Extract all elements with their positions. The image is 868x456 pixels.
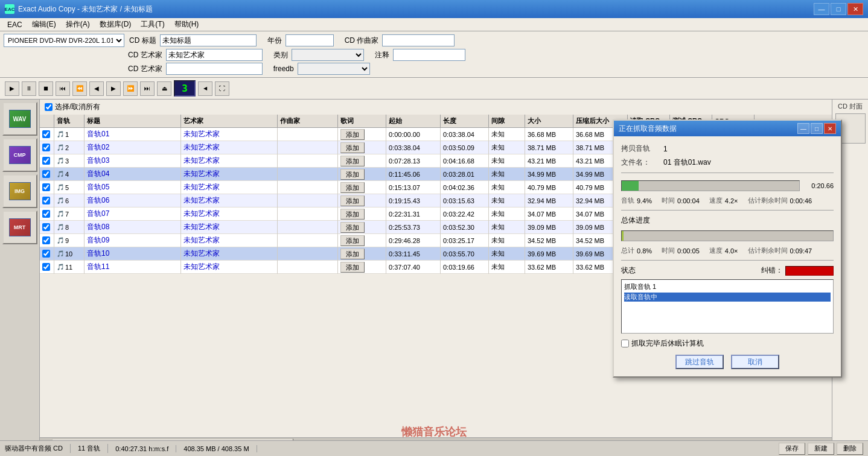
cd-title-input[interactable] — [160, 34, 257, 46]
col-composer[interactable]: 作曲家 — [278, 115, 338, 128]
maximize-button[interactable]: □ — [831, 3, 846, 15]
col-lyrics[interactable]: 歌词 — [338, 115, 386, 128]
track-checkbox[interactable] — [42, 210, 50, 218]
track-checkbox[interactable] — [42, 223, 50, 231]
music-icon: 🎵 — [57, 264, 64, 270]
add-lyrics-button[interactable]: 添加 — [340, 129, 365, 140]
track-progress-bar — [621, 180, 800, 191]
cancel-button[interactable]: 取消 — [731, 355, 779, 369]
dialog-minimize-button[interactable]: — — [797, 123, 809, 134]
col-size[interactable]: 大小 — [525, 115, 573, 128]
sidebar-icons: WAV CMP IMG MRT — [0, 100, 40, 445]
track-artist: 未知艺术家 — [183, 195, 220, 206]
prev-button[interactable]: ⏪ — [72, 81, 87, 96]
genre-select[interactable] — [292, 49, 364, 61]
track-composer-cell — [278, 261, 338, 274]
drive-selector[interactable]: PIONEER DVD-RW DVR-220L 1.01 Adapter: 1 … — [4, 34, 124, 47]
dialog-restore-button[interactable]: □ — [811, 123, 823, 134]
track-composer-cell — [278, 168, 338, 181]
add-lyrics-button[interactable]: 添加 — [340, 249, 365, 259]
track-checkbox[interactable] — [42, 170, 50, 178]
add-lyrics-button[interactable]: 添加 — [340, 195, 365, 206]
menu-edit[interactable]: 编辑(E) — [27, 19, 61, 31]
add-lyrics-button[interactable]: 添加 — [340, 222, 365, 233]
freedb-select[interactable] — [298, 63, 370, 75]
menu-database[interactable]: 数据库(D) — [95, 19, 136, 31]
track-progress-row: 0:20.66 — [621, 178, 834, 194]
track-checkbox[interactable] — [42, 144, 50, 151]
play-button[interactable]: ▶ — [5, 81, 19, 96]
track-gap-cell: 未知 — [489, 221, 525, 234]
year-input[interactable] — [286, 34, 334, 46]
total-time-item: 时间 0:00:05 — [662, 246, 700, 255]
col-gap[interactable]: 间隙 — [489, 115, 525, 128]
sleep-checkbox[interactable] — [621, 340, 629, 347]
new-button[interactable]: 新建 — [808, 443, 834, 455]
track-artist: 未知艺术家 — [183, 182, 220, 192]
next-track-button[interactable]: ⏭ — [140, 81, 155, 96]
cmp-button[interactable]: CMP — [2, 138, 37, 172]
music-icon: 🎵 — [57, 157, 64, 164]
track-checkbox[interactable] — [42, 250, 50, 258]
prev-track-button[interactable]: ⏮ — [56, 81, 70, 96]
track-checkbox[interactable] — [42, 157, 50, 165]
track-checkbox[interactable] — [42, 130, 50, 138]
add-lyrics-button[interactable]: 添加 — [340, 209, 365, 220]
track-composer-cell — [278, 128, 338, 141]
delete-button[interactable]: 删除 — [837, 443, 863, 455]
dialog-close-button[interactable]: ✕ — [824, 123, 836, 134]
add-lyrics-button[interactable]: 添加 — [340, 142, 365, 153]
track-checkbox[interactable] — [42, 183, 50, 191]
add-lyrics-button[interactable]: 添加 — [340, 182, 365, 193]
col-track[interactable]: 音轨 — [54, 115, 85, 128]
mrt-button[interactable]: MRT — [2, 211, 37, 244]
track-dec-button[interactable]: ◀ — [198, 81, 212, 96]
save-button[interactable]: 保存 — [779, 443, 805, 455]
extra-button[interactable]: ⛶ — [215, 81, 229, 96]
add-lyrics-button[interactable]: 添加 — [340, 262, 365, 273]
col-start[interactable]: 起始 — [386, 115, 441, 128]
time-stat-value: 0:00:04 — [677, 197, 700, 204]
eject-button[interactable]: ⏏ — [157, 81, 171, 96]
close-button[interactable]: ✕ — [847, 3, 863, 15]
window-title: Exact Audio Copy - 未知艺术家 / 未知标题 — [18, 4, 814, 14]
col-length[interactable]: 长度 — [441, 115, 489, 128]
track-title-cell: 音轨11 — [85, 261, 181, 274]
minimize-button[interactable]: — — [814, 3, 829, 15]
prev-slow-button[interactable]: ◀ — [89, 81, 104, 96]
wav-button[interactable]: WAV — [2, 102, 37, 136]
select-all-checkbox[interactable] — [45, 103, 53, 111]
add-lyrics-button[interactable]: 添加 — [340, 235, 365, 246]
track-size-cell: 34.52 MB — [525, 234, 573, 247]
add-lyrics-button[interactable]: 添加 — [340, 156, 365, 166]
track-title: 音轨07 — [87, 209, 109, 219]
track-checkbox[interactable] — [42, 197, 50, 204]
dialog-title-bar: 正在抓取音频数据 — □ ✕ — [614, 121, 841, 136]
track-lyrics-cell: 添加 — [338, 247, 386, 261]
menu-eac[interactable]: EAC — [2, 19, 27, 31]
track-artist: 未知艺术家 — [183, 169, 220, 179]
track-stat-label: 音轨 — [621, 196, 634, 205]
next-slow-button[interactable]: ▶ — [106, 81, 121, 96]
add-lyrics-button[interactable]: 添加 — [340, 169, 365, 180]
composer-input[interactable] — [382, 34, 455, 46]
track-artist: 未知艺术家 — [183, 235, 220, 245]
total-speed-value: 4.0× — [725, 247, 738, 255]
track-checkbox[interactable] — [42, 263, 50, 271]
track-checkbox[interactable] — [42, 236, 50, 244]
track-start-cell: 0:11:45.06 — [386, 168, 441, 181]
col-title[interactable]: 标题 — [85, 115, 181, 128]
col-artist[interactable]: 艺术家 — [181, 115, 278, 128]
skip-track-button[interactable]: 跳过音轨 — [675, 355, 724, 369]
notes-input[interactable] — [393, 49, 465, 61]
menu-help[interactable]: 帮助(H) — [170, 19, 204, 31]
next-button[interactable]: ⏩ — [123, 81, 138, 96]
pause-button[interactable]: ⏸ — [22, 81, 36, 96]
stop-button[interactable]: ⏹ — [39, 81, 53, 96]
artist-input2[interactable] — [166, 63, 263, 75]
artist-input1[interactable] — [166, 49, 263, 61]
player-controls: ▶ ⏸ ⏹ ⏮ ⏪ ◀ ▶ ⏩ ⏭ ⏏ 3 ◀ ⛶ — [0, 78, 868, 100]
menu-action[interactable]: 操作(A) — [61, 19, 95, 31]
img-button[interactable]: IMG — [2, 174, 37, 208]
menu-tools[interactable]: 工具(T) — [136, 19, 169, 31]
